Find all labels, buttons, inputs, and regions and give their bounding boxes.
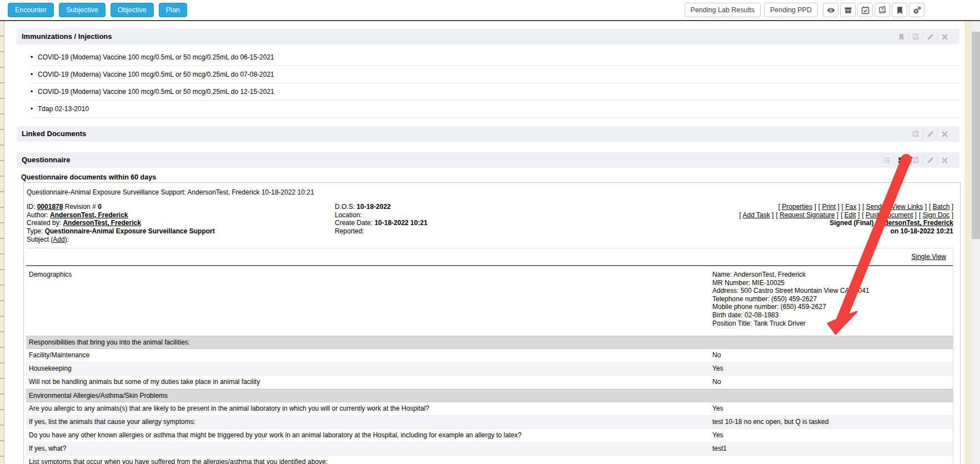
pencil-icon[interactable]: [923, 154, 937, 166]
table-row: If yes, list the animals that cause your…: [26, 416, 953, 429]
batch-link[interactable]: Batch: [933, 203, 950, 211]
left-collapsed-rail[interactable]: [0, 21, 4, 464]
created-by-link[interactable]: AndersonTest, Frederick: [63, 219, 140, 227]
document-created-by-line: Created by: AndersonTest, Frederick: [27, 219, 215, 227]
question-text: Responsibilities that bring you into the…: [29, 336, 190, 349]
question-text: List symptoms that occur when you have s…: [29, 456, 328, 464]
answer-text: test 10-18 no enc open, but Q is tasked: [712, 416, 828, 428]
section-title: Linked Documents: [22, 126, 86, 142]
bookmark-button[interactable]: [892, 3, 907, 17]
document-dos-line: D.O.S: 10-18-2022: [335, 203, 428, 211]
author-link[interactable]: AndersonTest, Frederick: [50, 211, 128, 219]
bullet-icon: •: [31, 66, 38, 83]
immunization-text: COVID-19 (Moderna) Vaccine 100 mcg/0.5mL…: [38, 88, 274, 96]
bookmark-icon[interactable]: [894, 31, 908, 42]
archive-icon: [843, 6, 853, 15]
document-id-line: ID: 0001878 Revision # 0: [27, 203, 215, 211]
signed-by-link[interactable]: AndersonTest, Frederick: [876, 219, 953, 227]
table-row: List symptoms that occur when you have s…: [26, 456, 953, 464]
sign-doc-link[interactable]: Sign Doc: [923, 211, 950, 219]
book-icon: [878, 6, 887, 15]
calendar-check-button[interactable]: [857, 3, 873, 17]
question-text: If yes, list the animals that cause your…: [29, 416, 195, 428]
close-icon[interactable]: [937, 31, 952, 42]
book-icon[interactable]: [908, 154, 923, 166]
print-link[interactable]: Print: [822, 203, 836, 211]
subject-add-link[interactable]: Add: [53, 236, 64, 243]
demographics-values: Name: AndersonTest, FrederickMR Number: …: [712, 271, 870, 327]
immunization-item: •COVID-19 (Moderna) Vaccine 100 mcg/0.5m…: [31, 83, 960, 101]
demographics-line: Mobile phone number: (650) 459-2627: [712, 303, 870, 311]
push-document-link[interactable]: Push Document: [866, 211, 913, 219]
table-section-header-row: Responsibilities that bring you into the…: [26, 336, 953, 349]
questionnaire-document: Questionnaire-Animal Exposure Surveillan…: [23, 182, 961, 464]
immunization-text: COVID-19 (Moderna) Vaccine 100 mcg/0.5mL…: [38, 71, 274, 78]
demographics-line: MR Number: MIE-10025: [712, 279, 870, 287]
request-signature-link[interactable]: Request Signature: [780, 211, 835, 219]
demographics-label: Demographics: [29, 271, 72, 279]
document-view: Single View Demographics Name: AndersonT…: [26, 248, 953, 464]
book-icon[interactable]: [908, 31, 923, 42]
single-view-link[interactable]: Single View: [912, 253, 946, 261]
document-subject-line: Subject (Add):: [27, 236, 215, 244]
question-text: Facility/Maintenance: [29, 349, 89, 362]
question-text: Environmental Allergies/Asthma/Skin Prob…: [29, 390, 168, 402]
eye-icon: [826, 6, 836, 15]
vertical-scrollbar[interactable]: [972, 21, 980, 464]
table-row: If yes, what?test1: [26, 442, 953, 456]
close-icon[interactable]: [937, 154, 952, 166]
book-button[interactable]: [875, 3, 890, 17]
book-icon[interactable]: [908, 128, 923, 139]
nav-button-encounter[interactable]: Encounter: [8, 3, 54, 17]
document-create-date-line: Create Date: 10-18-2022 10:21: [335, 219, 428, 227]
close-icon[interactable]: [937, 128, 952, 139]
eye-button[interactable]: [823, 3, 838, 17]
answer-text: No: [712, 349, 721, 362]
grid-icon[interactable]: [894, 154, 908, 166]
document-title: Questionnaire-Animal Exposure Surveillan…: [27, 188, 314, 196]
scrollbar-thumb[interactable]: [972, 32, 980, 239]
right-rail: [964, 21, 972, 464]
table-row: Will not be handling animals but some of…: [26, 376, 953, 389]
demographics-line: Name: AndersonTest, Frederick: [712, 271, 870, 279]
section-title: Questionnaire: [22, 152, 70, 168]
immunization-text: COVID-19 (Moderna) Vaccine 100 mcg/0.5mL…: [38, 53, 274, 61]
question-text: Housekeeping: [29, 362, 72, 375]
edit-link[interactable]: Edit: [845, 211, 856, 219]
add-task-link[interactable]: Add Task: [743, 211, 770, 219]
pending-lab-results-button[interactable]: Pending Lab Results: [685, 3, 761, 17]
signed-line: Signed (Final) AndersonTest, Frederick: [737, 219, 953, 227]
send-link[interactable]: Send: [866, 203, 882, 211]
pencil-icon[interactable]: [923, 128, 937, 139]
nav-button-plan[interactable]: Plan: [159, 3, 187, 17]
top-toolbar: EncounterSubjectiveObjectivePlan Pending…: [0, 0, 980, 21]
question-text: Are you allergic to any animals(s) that …: [29, 402, 429, 415]
immunization-item: •COVID-19 (Moderna) Vaccine 100 mcg/0.5m…: [31, 66, 960, 83]
document-location-line: Location:: [335, 211, 428, 219]
document-id-link[interactable]: 0001878: [37, 203, 63, 211]
demographics-line: Birth date: 02-08-1983: [712, 311, 870, 320]
document-reported-line: Reported:: [335, 227, 428, 236]
fax-link[interactable]: Fax: [845, 203, 856, 211]
view-links-link[interactable]: View Links: [891, 203, 923, 211]
section-title: Immunizations / Injections: [22, 29, 112, 44]
nav-button-objective[interactable]: Objective: [110, 3, 154, 17]
answer-text: Yes: [712, 362, 723, 375]
question-text: Will not be handling animals but some of…: [29, 376, 260, 388]
list-icon[interactable]: [880, 154, 894, 166]
nav-button-subjective[interactable]: Subjective: [59, 3, 105, 17]
question-text: Do you have any other known allergies or…: [29, 429, 521, 442]
toolbar-icon-group: [823, 3, 924, 17]
pencil-icon[interactable]: [923, 31, 937, 42]
section-linked-documents-header: Linked Documents: [17, 126, 959, 142]
properties-link[interactable]: Properties: [782, 203, 812, 211]
pending-ppd-button[interactable]: Pending PPD: [764, 3, 818, 17]
document-author-line: Author: AndersonTest, Frederick: [27, 211, 215, 219]
bullet-icon: •: [31, 49, 38, 66]
gears-icon: [912, 6, 922, 15]
gears-button[interactable]: [909, 3, 924, 17]
section-immunizations-header: Immunizations / Injections: [17, 29, 959, 44]
archive-button[interactable]: [840, 3, 856, 17]
calendar-check-icon: [861, 6, 870, 15]
table-row: Do you have any other known allergies or…: [26, 429, 953, 442]
